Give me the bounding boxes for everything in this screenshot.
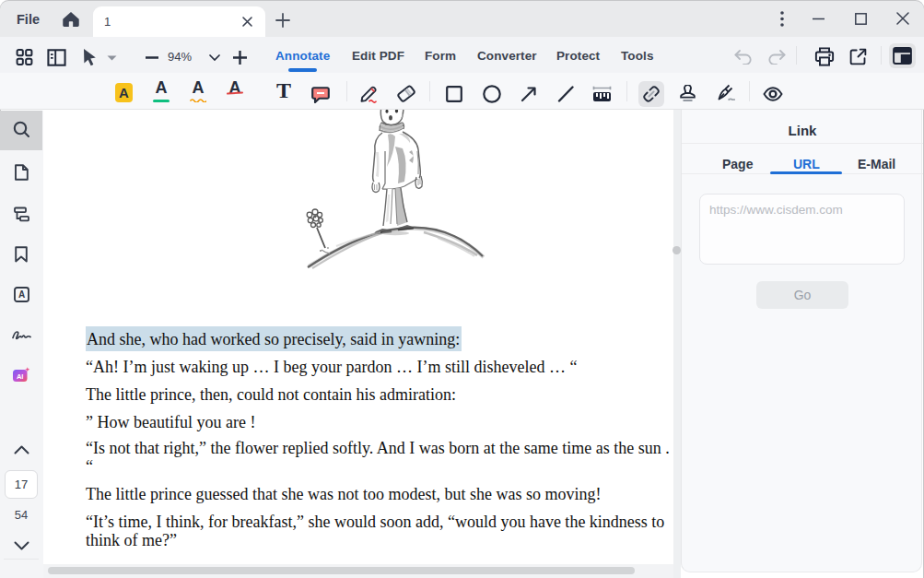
svg-text:AI: AI [17,372,24,381]
svg-text:A: A [18,289,25,300]
